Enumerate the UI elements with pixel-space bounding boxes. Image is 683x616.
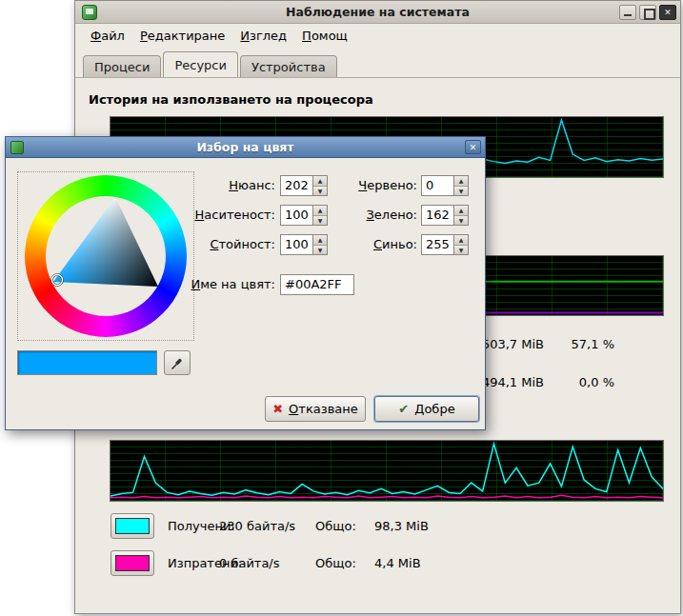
maximize-button[interactable]: [639, 5, 656, 20]
received-color-swatch: [115, 518, 150, 534]
sent-total-label: Общо:: [315, 556, 356, 570]
menu-edit[interactable]: Редактиране: [132, 27, 232, 48]
tab-devices[interactable]: Устройства: [240, 55, 337, 77]
ok-button-label: Добре: [414, 402, 454, 416]
screen: Наблюдение на системата ✕ Файл Редактира…: [0, 0, 683, 616]
received-color-button[interactable]: [110, 513, 154, 539]
menu-view[interactable]: Изглед: [232, 27, 294, 48]
hue-ring[interactable]: [25, 175, 187, 337]
menu-help[interactable]: Помощ: [294, 27, 355, 48]
eyedropper-button[interactable]: [164, 350, 191, 375]
blue-label: Синьо:: [320, 237, 417, 251]
sent-color-button[interactable]: [110, 550, 154, 576]
tab-bar: Процеси Ресурси Устройства: [75, 51, 680, 77]
color-picker-dialog: Избор на цвят ✕: [5, 136, 486, 430]
sent-rate: 0 байта/s: [219, 556, 280, 570]
spin-down-icon[interactable]: ▼: [454, 216, 468, 226]
menu-file[interactable]: Файл: [83, 27, 132, 48]
color-name-input[interactable]: #00A2FF: [280, 274, 354, 295]
spin-up-icon[interactable]: ▲: [454, 235, 468, 246]
swap-percent: 0,0 %: [571, 375, 614, 389]
cancel-button[interactable]: ✖ Отказване: [265, 396, 366, 422]
spin-down-icon[interactable]: ▼: [454, 246, 468, 255]
value-label: Стойност:: [149, 237, 275, 251]
red-spinbox[interactable]: 0 ▲▼: [421, 175, 469, 196]
green-value[interactable]: 162: [422, 206, 453, 225]
dialog-titlebar[interactable]: Избор на цвят ✕: [6, 137, 485, 158]
color-wheel[interactable]: [17, 171, 194, 341]
received-total: 98,3 MiB: [374, 519, 429, 533]
value-value[interactable]: 100: [281, 235, 312, 254]
spin-up-icon[interactable]: ▲: [454, 206, 468, 216]
menubar: Файл Редактиране Изглед Помощ: [77, 27, 355, 48]
red-value[interactable]: 0: [422, 176, 453, 195]
blue-value[interactable]: 255: [422, 235, 453, 254]
cpu-history-title: История на използването на процесора: [89, 92, 373, 107]
hsv-triangle[interactable]: [25, 175, 187, 337]
saturation-value[interactable]: 100: [281, 206, 312, 225]
ok-check-icon: ✔: [398, 402, 409, 416]
color-preview: [17, 350, 157, 375]
green-spinbox[interactable]: 162 ▲▼: [421, 205, 469, 226]
eyedropper-icon: [170, 355, 185, 370]
dialog-close-button[interactable]: ✕: [465, 140, 481, 154]
green-label: Зелено:: [320, 208, 417, 222]
spin-up-icon[interactable]: ▲: [454, 176, 468, 187]
saturation-label: Наситеност:: [149, 208, 275, 222]
sent-color-swatch: [115, 555, 150, 571]
dialog-title: Избор на цвят: [6, 137, 485, 158]
hue-value[interactable]: 202: [281, 176, 312, 195]
red-label: Червено:: [320, 178, 417, 192]
blue-spinbox[interactable]: 255 ▲▼: [421, 234, 469, 255]
hue-label: Нюанс:: [149, 178, 275, 192]
ok-button[interactable]: ✔ Добре: [374, 396, 479, 422]
cancel-x-icon: ✖: [272, 402, 283, 416]
received-total-label: Общо:: [315, 519, 356, 533]
sent-total: 4,4 MiB: [374, 556, 421, 570]
tab-resources[interactable]: Ресурси: [163, 51, 238, 77]
minimize-button[interactable]: [619, 5, 636, 20]
tab-processes[interactable]: Процеси: [83, 55, 161, 77]
main-window-title: Наблюдение на системата: [75, 1, 680, 24]
spin-down-icon[interactable]: ▼: [454, 187, 468, 196]
cancel-button-label: Отказване: [289, 402, 358, 416]
close-button[interactable]: ✕: [659, 5, 676, 20]
notebook-border: [75, 77, 680, 78]
network-history-chart: [110, 440, 664, 502]
color-name-label: Име на цвят:: [149, 277, 275, 291]
memory-percent: 57,1 %: [571, 337, 614, 351]
main-titlebar[interactable]: Наблюдение на системата ✕: [75, 1, 680, 24]
received-rate: 230 байта/s: [219, 519, 295, 533]
